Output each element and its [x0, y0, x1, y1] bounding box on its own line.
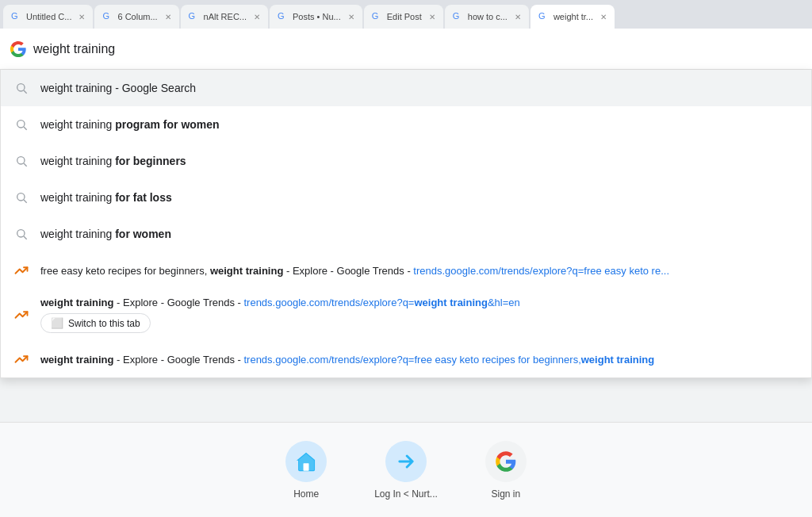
dropdown-item-women[interactable]: weight training for women: [1, 216, 811, 252]
trend-icon-container: [13, 263, 29, 278]
search-dropdown: weight training - Google Search weight t…: [0, 70, 812, 378]
tab-favicon: G: [189, 11, 200, 22]
search-icon-container: [13, 118, 29, 131]
tab-bar: G Untitled C... ✕ G 6 Colum... ✕ G nAlt …: [0, 0, 812, 29]
tab-weighttraining[interactable]: G weight tr... ✕: [530, 5, 615, 29]
tab-favicon: G: [538, 11, 550, 22]
dropdown-item-content: weight training for beginners: [40, 155, 799, 167]
dropdown-item-row: weight training - Explore - Google Trend…: [40, 297, 799, 308]
home-icon-circle: [285, 441, 327, 482]
dropdown-item-google-search[interactable]: weight training - Google Search: [1, 70, 811, 106]
home-label: Home: [293, 488, 319, 500]
tab-favicon: G: [278, 11, 289, 22]
tab-label: Edit Post: [387, 12, 422, 21]
login-icon-circle: [385, 441, 427, 482]
dropdown-item-fat-loss[interactable]: weight training for fat loss: [1, 179, 811, 216]
svg-rect-10: [304, 463, 309, 470]
signin-label: Sign in: [492, 488, 521, 500]
svg-point-2: [17, 121, 25, 128]
tab-label: 6 Colum...: [117, 12, 157, 21]
search-icon: [15, 228, 28, 240]
dropdown-item-text: weight training program for women: [40, 118, 799, 131]
address-bar: [0, 29, 812, 70]
address-input-wrapper[interactable]: [33, 42, 802, 56]
svg-line-1: [24, 90, 27, 94]
bottom-login-item[interactable]: Log In < Nurt...: [374, 441, 438, 500]
switch-to-tab-button[interactable]: ⬜ Switch to this tab: [40, 313, 151, 333]
dropdown-item-trend-wt2[interactable]: weight training - Explore - Google Trend…: [1, 341, 811, 377]
search-icon: [15, 191, 28, 204]
tab-close-icon[interactable]: ✕: [79, 13, 85, 21]
tab-favicon: G: [453, 11, 464, 22]
tab-switch-icon: ⬜: [51, 317, 63, 329]
tab-untitled[interactable]: G Untitled C... ✕: [3, 5, 93, 29]
tab-close-icon[interactable]: ✕: [254, 13, 260, 21]
search-icon: [15, 82, 28, 94]
signin-icon-circle: [485, 441, 527, 482]
search-icon: [15, 118, 28, 131]
dropdown-item-content: free easy keto recipes for beginners, we…: [40, 265, 799, 277]
dropdown-item-program[interactable]: weight training program for women: [1, 106, 811, 143]
login-label: Log In < Nurt...: [374, 488, 438, 500]
dropdown-item-beginners[interactable]: weight training for beginners: [1, 143, 811, 179]
search-icon-container: [13, 82, 29, 94]
tab-close-icon[interactable]: ✕: [600, 13, 607, 21]
dropdown-item-content: weight training for women: [40, 228, 799, 240]
tab-editpost[interactable]: G Edit Post ✕: [364, 5, 443, 29]
tab-label: weight tr...: [553, 12, 593, 21]
login-icon: [395, 450, 417, 473]
trend-icon-container: [13, 308, 29, 322]
tab-label: Posts • Nu...: [293, 12, 341, 21]
google-signin-icon: [495, 450, 517, 473]
tab-close-icon[interactable]: ✕: [165, 13, 171, 21]
dropdown-item-trend-wt[interactable]: weight training - Explore - Google Trend…: [1, 289, 811, 341]
search-icon: [15, 155, 28, 167]
tab-naltrec[interactable]: G nAlt REC... ✕: [181, 5, 268, 29]
tab-favicon: G: [102, 11, 113, 22]
dropdown-item-text: weight training for beginners: [40, 155, 799, 167]
trend-icon-container: [13, 352, 29, 366]
dropdown-item-content: weight training program for women: [40, 118, 799, 131]
search-icon-container: [13, 155, 29, 167]
dropdown-item-content: weight training for fat loss: [40, 191, 799, 204]
search-icon-container: [13, 228, 29, 240]
svg-line-3: [24, 127, 27, 130]
home-icon: [295, 450, 317, 473]
trending-icon: [14, 352, 29, 366]
dropdown-item-text: weight training - Explore - Google Trend…: [40, 297, 799, 308]
tab-favicon: G: [372, 11, 383, 22]
switch-tab-label: Switch to this tab: [68, 318, 140, 329]
tab-label: Untitled C...: [26, 12, 71, 21]
bottom-signin-item[interactable]: Sign in: [485, 441, 527, 500]
switch-tab-row: ⬜ Switch to this tab: [40, 312, 799, 333]
tab-label: nAlt REC...: [204, 12, 247, 21]
dropdown-item-text: weight training - Google Search: [40, 82, 799, 94]
bottom-home-item[interactable]: Home: [285, 441, 327, 500]
svg-point-8: [17, 230, 25, 237]
tab-close-icon[interactable]: ✕: [348, 13, 354, 21]
dropdown-item-text: weight training for women: [40, 228, 799, 240]
google-logo: [10, 40, 27, 58]
tab-favicon: G: [11, 11, 22, 22]
svg-line-5: [24, 163, 27, 167]
svg-point-0: [17, 84, 25, 91]
address-input[interactable]: [33, 42, 802, 56]
dropdown-item-text: free easy keto recipes for beginners, we…: [40, 265, 799, 277]
trending-icon: [14, 263, 29, 278]
bottom-bar: Home Log In < Nurt... Sign in: [0, 422, 812, 517]
tab-close-icon[interactable]: ✕: [515, 13, 521, 21]
tab-column[interactable]: G 6 Colum... ✕: [94, 5, 178, 29]
tab-label: how to c...: [468, 12, 508, 21]
svg-line-7: [24, 200, 27, 203]
dropdown-item-content: weight training - Explore - Google Trend…: [40, 297, 799, 333]
search-icon-container: [13, 191, 29, 204]
dropdown-item-content: weight training - Explore - Google Trend…: [40, 354, 799, 366]
dropdown-item-text: weight training for fat loss: [40, 191, 799, 204]
dropdown-item-content: weight training - Google Search: [40, 82, 799, 94]
tab-posts[interactable]: G Posts • Nu... ✕: [270, 5, 362, 29]
tab-close-icon[interactable]: ✕: [429, 13, 435, 21]
svg-point-4: [17, 157, 25, 164]
tab-howto[interactable]: G how to c... ✕: [445, 5, 529, 29]
dropdown-item-trend-keto[interactable]: free easy keto recipes for beginners, we…: [1, 252, 811, 289]
trending-icon: [14, 308, 29, 322]
